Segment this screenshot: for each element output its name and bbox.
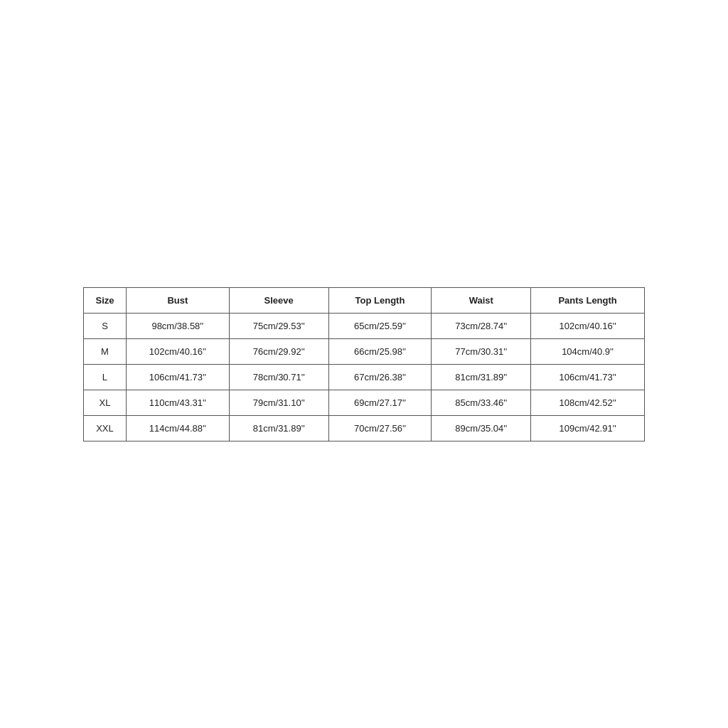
size-chart-table: Size Bust Sleeve Top Length Waist Pants … [83, 287, 645, 441]
cell-waist: 81cm/31.89'' [432, 364, 531, 390]
cell-bust: 114cm/44.88'' [126, 415, 229, 441]
table-header-row: Size Bust Sleeve Top Length Waist Pants … [84, 287, 645, 313]
cell-waist: 85cm/33.46'' [432, 390, 531, 415]
cell-top_length: 69cm/27.17'' [328, 390, 432, 415]
cell-sleeve: 75cm/29.53'' [229, 313, 328, 338]
cell-pants_length: 102cm/40.16'' [531, 313, 645, 338]
cell-size: XXL [84, 415, 127, 441]
cell-sleeve: 79cm/31.10'' [229, 390, 328, 415]
cell-bust: 106cm/41.73'' [126, 364, 229, 390]
header-bust: Bust [126, 287, 229, 313]
cell-pants_length: 106cm/41.73'' [531, 364, 645, 390]
size-chart-container: Size Bust Sleeve Top Length Waist Pants … [83, 287, 645, 441]
table-row: L106cm/41.73''78cm/30.71''67cm/26.38''81… [84, 364, 645, 390]
cell-pants_length: 104cm/40.9'' [531, 338, 645, 364]
cell-sleeve: 78cm/30.71'' [229, 364, 328, 390]
cell-size: S [84, 313, 127, 338]
cell-top_length: 70cm/27.56'' [328, 415, 432, 441]
header-waist: Waist [432, 287, 531, 313]
cell-size: L [84, 364, 127, 390]
table-row: M102cm/40.16''76cm/29.92''66cm/25.98''77… [84, 338, 645, 364]
cell-size: XL [84, 390, 127, 415]
cell-bust: 102cm/40.16'' [126, 338, 229, 364]
cell-top_length: 65cm/25.59'' [328, 313, 432, 338]
cell-sleeve: 76cm/29.92'' [229, 338, 328, 364]
cell-top_length: 66cm/25.98'' [328, 338, 432, 364]
cell-waist: 73cm/28.74'' [432, 313, 531, 338]
header-pants-length: Pants Length [531, 287, 645, 313]
table-row: XL110cm/43.31''79cm/31.10''69cm/27.17''8… [84, 390, 645, 415]
header-size: Size [84, 287, 127, 313]
cell-pants_length: 108cm/42.52'' [531, 390, 645, 415]
cell-bust: 110cm/43.31'' [126, 390, 229, 415]
cell-bust: 98cm/38.58'' [126, 313, 229, 338]
cell-sleeve: 81cm/31.89'' [229, 415, 328, 441]
cell-top_length: 67cm/26.38'' [328, 364, 432, 390]
cell-waist: 89cm/35.04'' [432, 415, 531, 441]
cell-pants_length: 109cm/42.91'' [531, 415, 645, 441]
table-row: XXL114cm/44.88''81cm/31.89''70cm/27.56''… [84, 415, 645, 441]
header-sleeve: Sleeve [229, 287, 328, 313]
cell-waist: 77cm/30.31'' [432, 338, 531, 364]
header-top-length: Top Length [328, 287, 432, 313]
cell-size: M [84, 338, 127, 364]
table-row: S98cm/38.58''75cm/29.53''65cm/25.59''73c… [84, 313, 645, 338]
